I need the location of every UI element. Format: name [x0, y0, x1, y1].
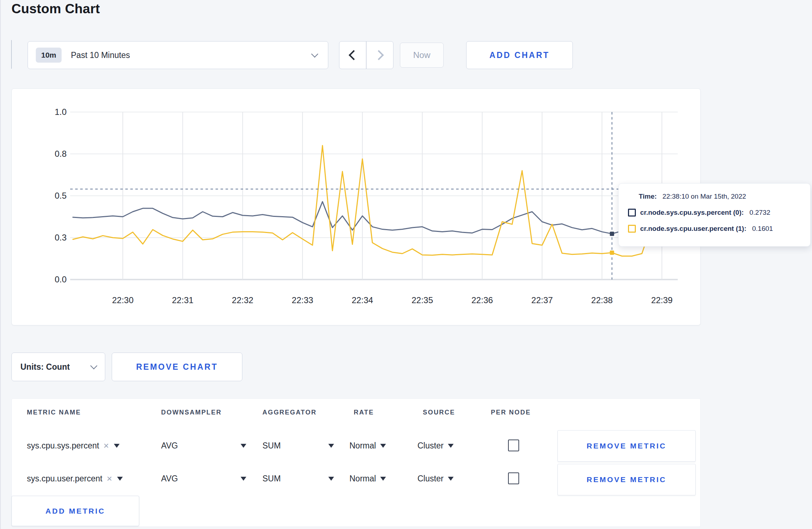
table-row: sys.cpu.user.percent × AVG SUM Normal Cl… [12, 463, 700, 494]
chevron-down-icon [311, 50, 318, 58]
downsampler-value: AVG [161, 474, 178, 484]
downsampler-select[interactable]: AVG [161, 463, 246, 494]
dropdown-caret-icon [380, 444, 386, 448]
svg-text:0.5: 0.5 [55, 191, 67, 200]
now-button[interactable]: Now [400, 43, 444, 68]
remove-metric-button[interactable]: REMOVE METRIC [557, 464, 696, 495]
prev-timespan-button[interactable] [339, 42, 366, 69]
chart-tooltip: Time:22:38:10 on Mar 15th, 2022 cr.node.… [618, 183, 811, 247]
metric-name-select[interactable]: sys.cpu.sys.percent × [27, 430, 120, 461]
svg-text:22:39: 22:39 [651, 295, 673, 305]
dropdown-caret-icon [328, 444, 334, 448]
svg-text:22:31: 22:31 [172, 295, 193, 305]
series-sys-swatch-icon [628, 209, 636, 217]
tooltip-time-value: 22:38:10 on Mar 15th, 2022 [662, 193, 746, 200]
tooltip-time-label: Time: [639, 193, 657, 200]
svg-text:22:32: 22:32 [232, 295, 253, 305]
dropdown-caret-icon [448, 477, 454, 481]
next-timespan-button[interactable] [367, 42, 393, 69]
source-value: Cluster [417, 441, 444, 451]
header-downsampler: DOWNSAMPLER [161, 409, 222, 416]
svg-text:22:34: 22:34 [352, 295, 373, 305]
rate-select[interactable]: Normal [349, 463, 386, 494]
chart-card: 0.00.30.50.81.022:3022:3122:3222:3322:34… [11, 88, 701, 325]
svg-text:1.0: 1.0 [55, 107, 67, 117]
tooltip-entry-sys: cr.node.sys.cpu.sys.percent (0): 0.2732 [628, 209, 810, 217]
header-per-node: PER NODE [491, 409, 531, 416]
toolbar-divider [11, 40, 12, 69]
dropdown-caret-icon [117, 477, 123, 481]
metric-name-value: sys.cpu.sys.percent [27, 441, 99, 451]
close-icon[interactable]: × [107, 473, 112, 484]
svg-text:0.0: 0.0 [55, 275, 67, 284]
rate-select[interactable]: Normal [349, 430, 386, 461]
per-node-checkbox[interactable] [508, 440, 519, 451]
tooltip-user-value: 0.1601 [752, 225, 773, 233]
tooltip-sys-label: cr.node.sys.cpu.sys.percent (0): [640, 209, 744, 217]
add-chart-button[interactable]: ADD CHART [466, 41, 573, 69]
svg-text:22:37: 22:37 [531, 295, 553, 305]
downsampler-value: AVG [161, 441, 178, 451]
add-metric-button[interactable]: ADD METRIC [11, 496, 139, 526]
metric-name-select[interactable]: sys.cpu.user.percent × [27, 463, 123, 494]
time-pager [339, 41, 393, 69]
svg-text:0.8: 0.8 [55, 149, 67, 159]
source-value: Cluster [417, 474, 444, 484]
remove-metric-button[interactable]: REMOVE METRIC [557, 430, 696, 462]
units-label: Units: Count [20, 362, 70, 372]
dropdown-caret-icon [241, 444, 246, 448]
source-select[interactable]: Cluster [417, 430, 454, 461]
svg-text:22:35: 22:35 [411, 295, 433, 305]
time-window-dropdown[interactable]: 10m Past 10 Minutes [28, 41, 328, 69]
dropdown-caret-icon [241, 477, 246, 481]
series-user-swatch-icon [628, 225, 636, 233]
chevron-right-icon [374, 50, 384, 60]
chevron-down-icon [90, 362, 97, 369]
svg-text:22:33: 22:33 [292, 295, 313, 305]
aggregator-select[interactable]: SUM [262, 463, 334, 494]
time-window-label: Past 10 Minutes [71, 50, 312, 60]
dropdown-caret-icon [448, 444, 454, 448]
header-rate: RATE [354, 409, 374, 416]
svg-text:0.3: 0.3 [55, 233, 67, 242]
tooltip-entry-user: cr.node.sys.cpu.user.percent (1): 0.1601 [628, 225, 810, 233]
chevron-left-icon [349, 50, 359, 60]
tooltip-user-label: cr.node.sys.cpu.user.percent (1): [640, 225, 746, 233]
header-metric-name: METRIC NAME [27, 409, 81, 416]
aggregator-value: SUM [262, 441, 281, 451]
svg-text:22:38: 22:38 [591, 295, 613, 305]
aggregator-select[interactable]: SUM [262, 430, 334, 461]
remove-chart-button[interactable]: REMOVE CHART [112, 353, 242, 381]
tooltip-sys-value: 0.2732 [749, 209, 770, 217]
source-select[interactable]: Cluster [417, 463, 454, 494]
header-aggregator: AGGREGATOR [262, 409, 316, 416]
rate-value: Normal [349, 441, 376, 451]
header-source: SOURCE [423, 409, 455, 416]
close-icon[interactable]: × [103, 440, 109, 451]
metric-name-value: sys.cpu.user.percent [27, 474, 102, 484]
aggregator-value: SUM [262, 474, 281, 484]
dropdown-caret-icon [380, 477, 386, 481]
dropdown-caret-icon [114, 444, 120, 448]
dropdown-caret-icon [328, 477, 334, 481]
cpu-percent-chart[interactable]: 0.00.30.50.81.022:3022:3122:3222:3322:34… [12, 89, 700, 325]
rate-value: Normal [349, 474, 376, 484]
units-dropdown[interactable]: Units: Count [11, 353, 105, 381]
downsampler-select[interactable]: AVG [161, 430, 246, 461]
page-title: Custom Chart [11, 1, 100, 16]
svg-text:22:30: 22:30 [112, 295, 134, 305]
time-window-badge: 10m [36, 48, 62, 63]
svg-text:22:36: 22:36 [472, 295, 493, 305]
table-row: sys.cpu.sys.percent × AVG SUM Normal Clu… [12, 430, 700, 461]
per-node-checkbox[interactable] [508, 472, 519, 484]
